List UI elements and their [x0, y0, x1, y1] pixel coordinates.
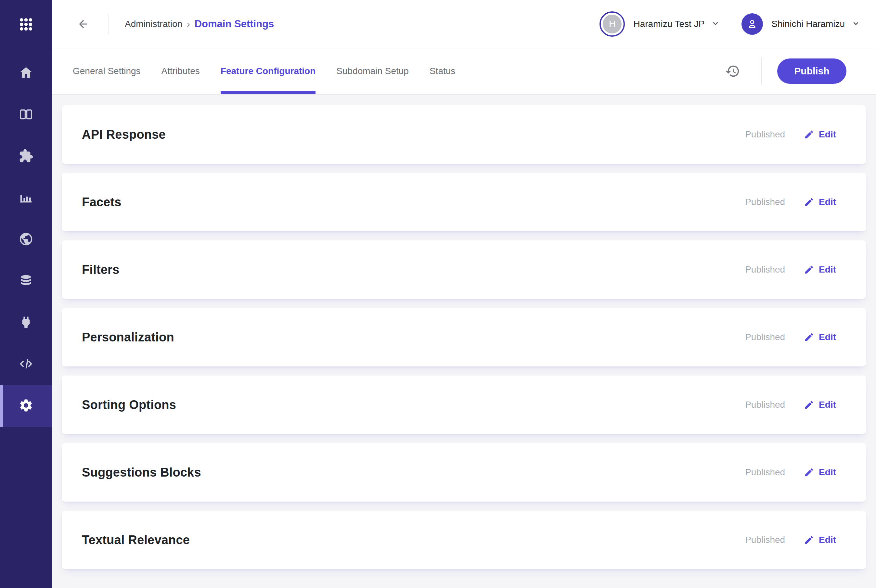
sidebar-item-integrations[interactable] [0, 302, 52, 344]
feature-card-actions: Published Edit [745, 264, 836, 275]
sidebar [0, 0, 52, 588]
status-label: Published [745, 535, 785, 545]
edit-button[interactable]: Edit [804, 332, 836, 342]
puzzle-icon [18, 148, 33, 165]
history-icon [725, 64, 740, 79]
edit-button[interactable]: Edit [804, 535, 836, 545]
tab-attributes[interactable]: Attributes [162, 48, 200, 94]
sidebar-item-analytics[interactable] [0, 177, 52, 219]
back-button[interactable] [76, 18, 90, 30]
publish-button[interactable]: Publish [777, 58, 846, 84]
bar-chart-icon [18, 190, 33, 206]
feature-card-list: API Response Published Edit Facets Publi… [52, 95, 876, 588]
header-top-row: Administration › Domain Settings H Haram… [52, 0, 876, 48]
apps-grid-button[interactable] [0, 0, 52, 49]
sidebar-item-home[interactable] [0, 52, 52, 94]
breadcrumb-section[interactable]: Administration [125, 19, 182, 29]
feature-card-textual-relevance: Textual Relevance Published Edit [62, 511, 866, 569]
breadcrumb: Administration › Domain Settings [125, 18, 274, 30]
edit-label: Edit [819, 129, 836, 140]
feature-card-filters: Filters Published Edit [62, 240, 866, 299]
feature-card-title: Facets [82, 195, 122, 209]
home-icon [18, 65, 33, 81]
feature-card-title: Textual Relevance [82, 533, 190, 547]
breadcrumb-separator: › [187, 18, 190, 30]
feature-card-api-response: API Response Published Edit [62, 105, 866, 164]
domain-settings-page: Administration › Domain Settings H Haram… [0, 0, 876, 588]
toolbar-divider [761, 57, 762, 85]
feature-card-sorting-options: Sorting Options Published Edit [62, 375, 866, 434]
pencil-icon [804, 535, 814, 545]
status-label: Published [745, 400, 785, 410]
feature-card-title: Personalization [82, 330, 174, 344]
feature-card-facets: Facets Published Edit [62, 173, 866, 231]
pencil-icon [804, 332, 814, 342]
header-divider [108, 14, 109, 35]
tab-subdomain-setup[interactable]: Subdomain Setup [336, 48, 409, 94]
status-label: Published [745, 129, 785, 140]
feature-card-title: Sorting Options [82, 398, 176, 412]
sidebar-item-collections[interactable] [0, 94, 52, 136]
sidebar-item-domains[interactable] [0, 219, 52, 261]
pencil-icon [804, 400, 814, 410]
org-name: Haramizu Test JP [633, 19, 705, 29]
pencil-icon [804, 197, 814, 207]
edit-button[interactable]: Edit [804, 400, 836, 410]
feature-card-title: Suggestions Blocks [82, 465, 201, 480]
status-label: Published [745, 197, 785, 207]
sidebar-nav [0, 52, 52, 427]
status-label: Published [745, 332, 785, 342]
arrow-left-icon [77, 18, 89, 30]
sidebar-item-developer[interactable] [0, 344, 52, 385]
columns-icon [18, 107, 33, 123]
tabs: General Settings Attributes Feature Conf… [73, 48, 455, 94]
sidebar-item-extensions[interactable] [0, 136, 52, 177]
edit-button[interactable]: Edit [804, 129, 836, 140]
edit-label: Edit [819, 197, 836, 207]
feature-card-actions: Published Edit [745, 400, 836, 410]
tab-feature-configuration[interactable]: Feature Configuration [220, 48, 315, 94]
globe-icon [18, 232, 33, 248]
header: Administration › Domain Settings H Haram… [52, 0, 876, 94]
sidebar-item-settings[interactable] [0, 385, 52, 427]
feature-card-actions: Published Edit [745, 467, 836, 477]
edit-button[interactable]: Edit [804, 467, 836, 477]
feature-card-title: API Response [82, 128, 166, 142]
person-icon [746, 18, 758, 30]
edit-label: Edit [819, 535, 836, 545]
pencil-icon [804, 467, 814, 477]
apps-grid-icon [18, 16, 34, 33]
org-avatar: H [600, 11, 625, 37]
gear-icon [18, 398, 33, 414]
code-icon [18, 356, 33, 373]
feature-card-actions: Published Edit [745, 129, 836, 140]
status-label: Published [745, 467, 785, 477]
pencil-icon [804, 264, 814, 275]
org-avatar-initial: H [603, 15, 622, 33]
status-label: Published [745, 264, 785, 275]
header-right: H Haramizu Test JP Shinichi Haramizu [600, 11, 860, 37]
tab-general-settings[interactable]: General Settings [73, 48, 141, 94]
edit-button[interactable]: Edit [804, 197, 836, 207]
tab-status[interactable]: Status [429, 48, 455, 94]
pencil-icon [804, 129, 814, 140]
edit-label: Edit [819, 264, 836, 275]
database-icon [18, 273, 33, 290]
edit-label: Edit [819, 467, 836, 477]
tab-bar: General Settings Attributes Feature Conf… [52, 48, 876, 94]
edit-button[interactable]: Edit [804, 264, 836, 275]
chevron-down-icon [851, 19, 860, 29]
org-switcher[interactable]: H Haramizu Test JP [600, 11, 720, 37]
history-button[interactable] [725, 64, 740, 79]
edit-label: Edit [819, 400, 836, 410]
feature-card-title: Filters [82, 263, 119, 277]
user-menu[interactable]: Shinichi Haramizu [741, 14, 860, 35]
feature-card-personalization: Personalization Published Edit [62, 308, 866, 366]
sidebar-item-data[interactable] [0, 261, 52, 302]
page-title: Domain Settings [195, 18, 274, 30]
feature-card-actions: Published Edit [745, 197, 836, 207]
user-avatar [741, 14, 763, 35]
edit-label: Edit [819, 332, 836, 342]
feature-card-actions: Published Edit [745, 332, 836, 342]
plug-icon [18, 315, 33, 331]
